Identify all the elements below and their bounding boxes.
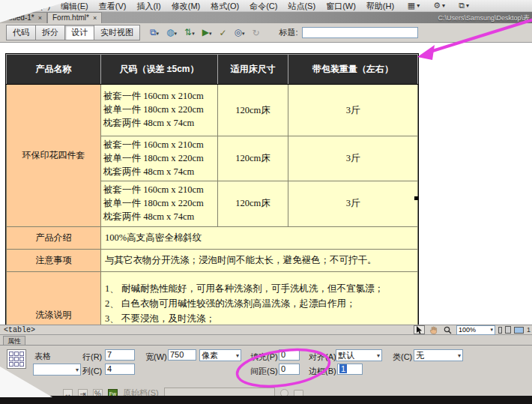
header-bed-size[interactable]: 适用床尺寸 [218,55,288,85]
header-size[interactable]: 尺码（误差 ±5cm） [101,55,218,85]
align-label: 对齐(A) [309,352,336,363]
element-type-label: 表格 [34,351,51,362]
align-select[interactable]: 默认 ▾ [336,349,382,361]
size-cell[interactable]: 被套一件 160cm x 210cm 被单一件 180cm x 220cm 枕套… [101,136,218,181]
menu-format[interactable]: 格式(O) [205,0,244,12]
rows-label: 行(R) [82,352,102,363]
zoom-level-value: 100% [459,326,476,334]
bed-cell[interactable]: 120cm床 [218,181,288,226]
bed-cell[interactable]: 120cm床 [218,136,288,181]
washing-line: 3、 不要浸泡，及时洗涤； [105,311,414,325]
refresh-icon[interactable]: ↻ [252,28,259,37]
zoom-tool-icon[interactable] [442,325,453,334]
title-input[interactable] [302,27,418,38]
rows-input[interactable]: 7 [105,349,135,361]
menu-site[interactable]: 站点(S) [282,0,321,12]
cellpad-input[interactable]: 0 [279,349,300,361]
menu-bar: 文件(F) 编辑(E) 查看(V) 插入(I) 修改(M) 格式(O) 命令(C… [0,0,532,12]
menu-insert[interactable]: 插入(I) [131,0,166,12]
chevron-down-icon: ▾ [236,352,239,359]
cols-label: 列(C) [82,366,102,377]
washing-line: 1、 耐碱耐热性能好，可用各种洗涤剂，可手洗机洗，但不宜氯漂； [105,281,414,296]
intro-label-cell[interactable]: 产品介绍 [7,226,101,249]
live-view-button[interactable]: 实时视图 [94,25,140,40]
class-value: 无 [416,350,424,361]
design-view-surface[interactable]: 产品名称 尺码（误差 ±5cm） 适用床尺寸 带包装重量（左右） 环保印花四件套… [0,43,532,325]
hand-tool-icon[interactable] [428,325,439,334]
weight-cell[interactable]: 3斤 [288,181,418,226]
size-line: 被套一件 160cm x 210cm [103,139,216,152]
split-view-button[interactable]: 拆分 [35,25,65,40]
border-label: 边框(B) [309,366,336,377]
tab-form-html[interactable]: Form.html* × [47,12,102,23]
washing-label-cell[interactable]: 洗涤说明 [7,271,101,325]
chevron-down-icon: ▾ [490,327,493,333]
size-line: 被单一件 180cm x 220cm [103,197,216,211]
menu-modify[interactable]: 修改(M) [166,0,206,12]
gear-icon[interactable]: ⚙▾ [433,1,445,10]
align-value: 默认 [338,350,354,361]
table-header-row: 产品名称 尺码（误差 ±5cm） 适用床尺寸 带包装重量（左右） [7,55,418,85]
cellspace-input[interactable]: 0 [279,364,300,375]
tablet-size-icon[interactable] [505,326,511,334]
site-icon[interactable]: ⧉▾ [459,1,469,10]
desktop-size-icon[interactable] [514,327,524,334]
notice-content-cell[interactable]: 与其它衣物分开洗涤；浸泡时间不能太长，避免褪色；不可拧干。 [101,249,418,271]
design-view-button[interactable]: 设计 [64,25,94,40]
code-view-button[interactable]: 代码 [6,25,36,40]
tab-label: Form.html* [52,13,89,23]
visual-aids-icon[interactable]: ◎▾ [234,28,244,38]
w3c-validation-icon[interactable]: ▶▾ [202,28,212,38]
table-selection-handle[interactable] [414,196,418,200]
close-icon[interactable]: × [38,13,42,23]
weight-cell[interactable]: 3斤 [288,136,418,181]
multiscreen-preview-icon[interactable]: ⧉▾ [150,28,159,38]
class-select[interactable]: 无 ▾ [414,349,463,361]
close-icon[interactable]: × [93,13,97,23]
washing-content-cell[interactable]: 1、 耐碱耐热性能好，可用各种洗涤剂，可手洗机洗，但不宜氯漂； 2、 白色衣物可… [101,271,418,325]
product-table[interactable]: 产品名称 尺码（误差 ±5cm） 适用床尺寸 带包装重量（左右） 环保印花四件套… [6,54,418,325]
properties-tab[interactable]: 属性 [3,336,25,345]
document-tab-bar: Untitled-1* × Form.html* × C:\Users\Sams… [0,12,532,23]
select-tool-icon[interactable] [414,325,425,334]
view-mode-buttons: 代码 拆分 设计 实时视图 [6,25,139,40]
document-toolbar: 代码 拆分 设计 实时视图 ⧉▾ ◍▾ ⇅▾ ▶▾ ✓ ◎▾ ↻ 标题: [0,23,532,43]
size-line: 被单一件 180cm x 220cm [103,103,216,117]
border-input[interactable]: 1 [337,364,363,375]
window-size-hint: 1 [527,326,531,334]
table-row: 注意事项 与其它衣物分开洗涤；浸泡时间不能太长，避免褪色；不可拧干。 [7,249,418,271]
chevron-down-icon: ▾ [466,2,469,9]
width-input[interactable]: 750 [168,349,196,361]
cellspace-label: 间距(S) [250,366,278,377]
weight-cell[interactable]: 3斤 [288,85,418,136]
width-unit-value: 像素 [202,350,218,361]
header-product-name[interactable]: 产品名称 [7,55,101,85]
menu-help[interactable]: 帮助(H) [361,0,399,12]
size-cell[interactable]: 被套一件 160cm x 210cm 被单一件 180cm x 220cm 枕套… [101,85,218,136]
menu-commands[interactable]: 命令(C) [244,0,282,12]
header-weight[interactable]: 带包装重量（左右） [288,55,418,85]
size-cell[interactable]: 被套一件 160cm x 210cm 被单一件 180cm x 220cm 枕套… [101,181,218,226]
menu-view[interactable]: 查看(V) [94,0,132,12]
cols-input[interactable]: 4 [105,364,135,375]
product-name-cell[interactable]: 环保印花四件套 [7,85,101,227]
phone-size-icon[interactable] [498,327,502,334]
notice-label-cell[interactable]: 注意事项 [7,249,101,271]
status-controls: 100% ▾ 1 [414,325,531,335]
width-unit-select[interactable]: 像素 ▾ [199,349,241,361]
size-line: 被套一件 160cm x 210cm [103,184,216,197]
tag-selector-table[interactable]: <table> [4,326,35,334]
menu-window[interactable]: 窗口(W) [321,0,361,12]
check-browser-compat-icon[interactable]: ✓ [219,28,226,37]
title-field-area: 标题: [279,27,418,38]
desktop-background [0,396,532,404]
size-line: 枕套两件 48cm x 74cm [103,211,216,224]
bed-cell[interactable]: 120cm床 [218,85,288,136]
table-id-select[interactable]: ▾ [33,364,81,376]
size-line: 枕套两件 48cm x 74cm [103,117,216,130]
zoom-level-select[interactable]: 100% ▾ [456,325,495,335]
workspace-switcher-icon[interactable]: ▦▾ [408,1,420,10]
intro-content-cell[interactable]: 100%高支高密全棉斜纹 [101,226,418,249]
preview-in-browser-icon[interactable]: ◍▾ [166,28,177,38]
file-management-icon[interactable]: ⇅▾ [184,28,195,38]
